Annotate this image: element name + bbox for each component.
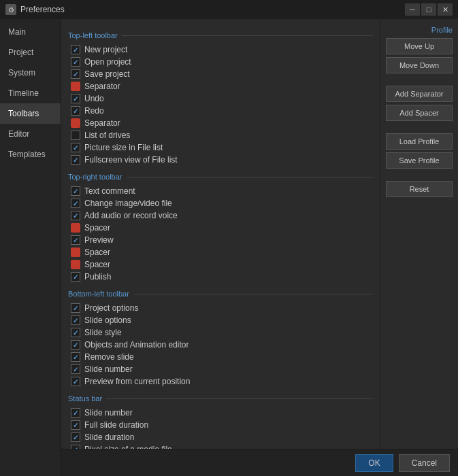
item-full-slide-duration[interactable]: Full slide duration [68,419,373,431]
window-controls: ─ □ ✕ [405,3,453,16]
title-bar: ⚙ Preferences ─ □ ✕ [0,0,458,19]
red-dot-1 [71,82,80,91]
label-fullscreen-view: Fullscreen view of File list [84,155,178,165]
item-remove-slide[interactable]: Remove slide [68,351,373,363]
minimize-button[interactable]: ─ [405,3,420,16]
item-objects-animation[interactable]: Objects and Animation editor [68,339,373,351]
list-panel: Top-left toolbar New project Open projec… [61,19,380,449]
maximize-button[interactable]: □ [421,3,436,16]
reset-button[interactable]: Reset [386,181,453,197]
item-spacer-3: Spacer [68,258,373,271]
label-preview-current: Preview from current position [84,377,190,386]
checkbox-status-slide-number[interactable] [71,408,80,418]
label-preview: Preview [84,235,114,245]
move-down-button[interactable]: Move Down [386,57,453,73]
item-pixel-size[interactable]: Pixel size of a media file [68,443,373,449]
checkbox-full-slide-duration[interactable] [71,420,80,430]
cancel-button[interactable]: Cancel [399,454,450,472]
item-text-comment[interactable]: Text comment [68,185,373,197]
checkbox-text-comment[interactable] [71,186,80,196]
item-fullscreen-view[interactable]: Fullscreen view of File list [68,154,373,166]
close-button[interactable]: ✕ [438,3,453,16]
item-status-slide-number[interactable]: Slide number [68,407,373,419]
checkbox-preview[interactable] [71,235,80,245]
checkbox-slide-number[interactable] [71,364,80,374]
red-dot-spacer-3 [71,260,80,269]
item-spacer-2: Spacer [68,246,373,258]
item-picture-size[interactable]: Picture size in File list [68,141,373,154]
checkbox-publish[interactable] [71,272,80,282]
sidebar-item-toolbars[interactable]: Toolbars [0,103,61,124]
item-new-project[interactable]: New project [68,44,373,56]
item-change-image[interactable]: Change image/video file [68,197,373,209]
item-slide-options[interactable]: Slide options [68,314,373,326]
item-redo[interactable]: Redo [68,105,373,117]
label-spacer-3: Spacer [84,260,110,269]
item-save-project[interactable]: Save project [68,68,373,80]
move-up-button[interactable]: Move Up [386,38,453,54]
item-list-drives[interactable]: List of drives [68,129,373,141]
checkbox-open-project[interactable] [71,57,80,67]
sidebar-item-editor[interactable]: Editor [0,124,61,144]
item-slide-duration[interactable]: Slide duration [68,431,373,443]
checkbox-objects-animation[interactable] [71,340,80,350]
save-profile-button[interactable]: Save Profile [386,152,453,169]
label-project-options: Project options [84,303,138,313]
checkbox-fullscreen-view[interactable] [71,155,80,165]
sidebar-item-timeline[interactable]: Timeline [0,83,61,103]
main-container: Main Project System Timeline Toolbars Ed… [0,19,458,476]
item-slide-style[interactable]: Slide style [68,326,373,339]
checkbox-project-options[interactable] [71,303,80,313]
label-add-audio: Add audio or record voice [84,211,178,220]
item-slide-number[interactable]: Slide number [68,363,373,375]
item-separator-2: Separator [68,117,373,129]
content-area: Top-left toolbar New project Open projec… [61,19,458,476]
right-panel: Profile Move Up Move Down Add Separator … [380,19,458,449]
checkbox-add-audio[interactable] [71,211,80,220]
load-profile-button[interactable]: Load Profile [386,133,453,150]
checkbox-slide-options[interactable] [71,316,80,325]
bottom-bar: OK Cancel [61,449,458,476]
label-remove-slide: Remove slide [84,352,134,362]
item-publish[interactable]: Publish [68,271,373,283]
label-slide-number: Slide number [84,364,133,374]
item-preview-current[interactable]: Preview from current position [68,375,373,388]
red-dot-2 [71,118,80,128]
checkbox-new-project[interactable] [71,45,80,54]
app-icon: ⚙ [5,4,16,15]
section-bottom-left-toolbar: Bottom-left toolbar [68,290,373,298]
ok-button[interactable]: OK [355,454,393,472]
checkbox-picture-size[interactable] [71,143,80,152]
item-add-audio[interactable]: Add audio or record voice [68,209,373,222]
item-project-options[interactable]: Project options [68,302,373,314]
checkbox-redo[interactable] [71,106,80,116]
add-spacer-button[interactable]: Add Spacer [386,105,453,121]
checkbox-save-project[interactable] [71,69,80,79]
item-open-project[interactable]: Open project [68,56,373,68]
checkbox-remove-slide[interactable] [71,352,80,362]
checkbox-slide-duration[interactable] [71,432,80,442]
checkbox-preview-current[interactable] [71,377,80,386]
item-undo[interactable]: Undo [68,92,373,105]
label-change-image: Change image/video file [84,199,172,208]
item-preview[interactable]: Preview [68,234,373,246]
label-slide-style: Slide style [84,328,122,337]
checkbox-undo[interactable] [71,94,80,103]
sidebar-item-project[interactable]: Project [0,42,61,63]
sidebar-item-templates[interactable]: Templates [0,144,61,165]
label-full-slide-duration: Full slide duration [84,420,148,430]
top-panel: Top-left toolbar New project Open projec… [61,19,458,449]
checkbox-change-image[interactable] [71,199,80,208]
label-spacer-2: Spacer [84,248,110,257]
item-spacer-1: Spacer [68,222,373,234]
sidebar-item-main[interactable]: Main [0,22,61,42]
checkbox-slide-style[interactable] [71,328,80,337]
sidebar-item-system[interactable]: System [0,63,61,83]
red-dot-spacer-1 [71,223,80,233]
label-list-drives: List of drives [84,131,130,140]
label-picture-size: Picture size in File list [84,143,163,152]
profile-label: Profile [386,26,453,34]
section-top-right-toolbar: Top-right toolbar [68,173,373,181]
checkbox-list-drives[interactable] [71,131,80,140]
add-separator-button[interactable]: Add Separator [386,86,453,102]
